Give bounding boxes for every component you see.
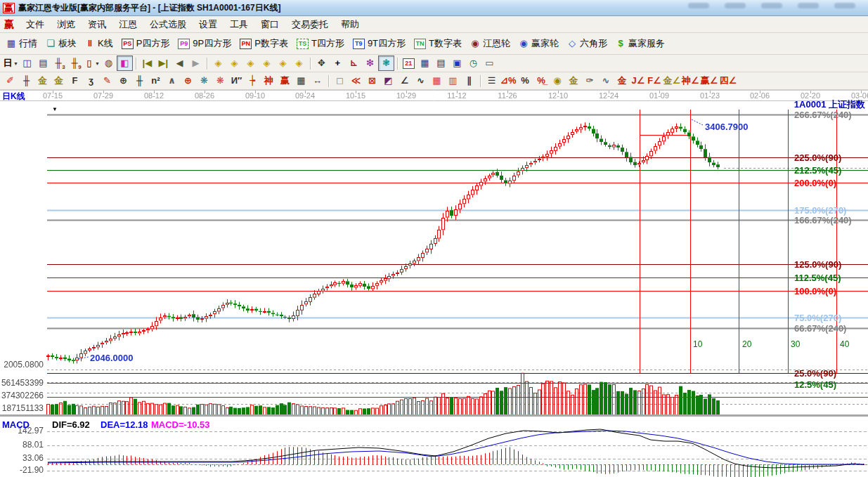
- jump-last-button[interactable]: ▶|: [155, 55, 171, 71]
- gold-ruler-button[interactable]: 金: [34, 73, 51, 89]
- angle-measure-button[interactable]: ⊾: [346, 55, 362, 71]
- zoom-in-x-button[interactable]: ◈: [275, 55, 291, 71]
- gold-ruler-2-button[interactable]: 金: [51, 73, 67, 89]
- gann-web-button[interactable]: ❋: [196, 73, 212, 89]
- angle-si-button[interactable]: 四∠: [718, 73, 737, 89]
- hexagon-button[interactable]: ◇六角形: [563, 35, 611, 52]
- macd-axis-label: 88.01: [0, 440, 44, 449]
- sectors-button[interactable]: ❏板块: [41, 35, 81, 52]
- cycle-circle-button[interactable]: ⊕: [115, 73, 131, 89]
- 9p-square-button[interactable]: P99P四方形: [174, 35, 235, 52]
- angle-gold-button[interactable]: 金∠: [662, 73, 681, 89]
- jump-first-button[interactable]: |◀: [139, 55, 155, 71]
- pan-hand-button[interactable]: ✥: [313, 55, 330, 71]
- ma-3-button[interactable]: ╫3: [51, 55, 67, 71]
- expand-left-button[interactable]: ◈: [210, 55, 226, 71]
- winner-service-label: 赢家服务: [628, 37, 665, 50]
- candle-style-button[interactable]: ▯▼: [84, 55, 101, 71]
- parallel-lines-button[interactable]: ∥: [461, 73, 477, 89]
- menu-item-3[interactable]: 资讯: [82, 18, 112, 31]
- gold-circle-button[interactable]: ◉: [549, 73, 565, 89]
- color-volume-button[interactable]: ◧: [117, 55, 133, 71]
- angle-f-button[interactable]: F∠: [646, 73, 662, 89]
- calculator-button[interactable]: ▦: [417, 55, 433, 71]
- calendar-button[interactable]: 21: [401, 55, 417, 71]
- period-day-button[interactable]: 日▼: [2, 55, 19, 71]
- span-measure-button[interactable]: ↔: [309, 73, 325, 89]
- fan-box-button[interactable]: ⊠: [364, 73, 380, 89]
- spiral-button[interactable]: ʒ: [83, 73, 99, 89]
- time-ruler-button[interactable]: ╫: [18, 73, 34, 89]
- fib-ruler-button[interactable]: F: [67, 73, 83, 89]
- ma-9-button[interactable]: ╫9: [67, 55, 84, 71]
- step-forward-button[interactable]: ▶: [188, 55, 204, 71]
- angle-ying-button[interactable]: 赢∠: [700, 73, 719, 89]
- square-of-nine-button[interactable]: n²: [148, 73, 164, 89]
- 9t-square-button[interactable]: T99T四方形: [349, 35, 410, 52]
- time-grid-button[interactable]: ╫: [131, 73, 148, 89]
- title-bar[interactable]: 赢 赢家江恩专业版[赢家内部服务平台] - [上证指数 SH1A0001-167…: [0, 0, 868, 16]
- compress-x-button[interactable]: ◈: [259, 55, 275, 71]
- winner-service-button[interactable]: $赢家服务: [611, 35, 669, 52]
- menu-item-1[interactable]: 文件: [20, 18, 51, 31]
- p-number-table-button[interactable]: PNP数字表: [235, 35, 292, 52]
- diagonal-box-button[interactable]: ◩: [380, 73, 396, 89]
- compass-button[interactable]: ⊕: [180, 73, 196, 89]
- menu-item-7[interactable]: 工具: [224, 18, 254, 31]
- t-number-table-button[interactable]: TNT数字表: [410, 35, 466, 52]
- price-grid-button[interactable]: ▦: [429, 73, 445, 89]
- box-tool-button[interactable]: ◻: [332, 73, 348, 89]
- grid-123-button[interactable]: ▦: [293, 73, 309, 89]
- kline-button[interactable]: ǁK线: [81, 35, 117, 52]
- expand-both-button[interactable]: ◈: [242, 55, 259, 71]
- ying-ruler-button[interactable]: 赢: [277, 73, 293, 89]
- brush-lines-button[interactable]: ✑: [581, 73, 597, 89]
- menu-item-4[interactable]: 江恩: [112, 18, 143, 31]
- stats-list-button[interactable]: ☰: [484, 73, 500, 89]
- gold-lines-button[interactable]: 金: [565, 73, 581, 89]
- gann-mask-button[interactable]: ◍: [101, 55, 117, 71]
- memo-button[interactable]: ▤: [433, 55, 449, 71]
- crosshair-button[interactable]: +: [330, 55, 346, 71]
- percent-angle-button[interactable]: ⊿%: [500, 73, 517, 89]
- angle-j-button[interactable]: J∠: [630, 73, 646, 89]
- percent-lines-button[interactable]: %̲: [533, 73, 549, 89]
- wave-tool-button[interactable]: ∿: [597, 73, 614, 89]
- percent-button[interactable]: %: [517, 73, 533, 89]
- market-overview-button[interactable]: ◫: [19, 55, 35, 71]
- quotes-button[interactable]: ▦行情: [2, 35, 41, 52]
- p-square-button[interactable]: PSP四方形: [117, 35, 174, 52]
- menu-item-6[interactable]: 设置: [193, 18, 224, 31]
- t-square-button[interactable]: TST四方形: [292, 35, 349, 52]
- menu-item-5[interactable]: 公式选股: [143, 18, 193, 31]
- angle-shen-button[interactable]: 神∠: [681, 73, 700, 89]
- time-price-mark-button[interactable]: ┾: [245, 73, 261, 89]
- winner-wheel-button[interactable]: ◉赢家轮: [514, 35, 563, 52]
- angle-marks-button[interactable]: И″: [228, 73, 245, 89]
- menu-item-10[interactable]: 帮助: [335, 18, 365, 31]
- gann-web-grid-button[interactable]: ❋: [212, 73, 228, 89]
- gold-red-button[interactable]: 金: [614, 73, 630, 89]
- mark-pen-button[interactable]: ✎: [99, 73, 115, 89]
- menu-item-8[interactable]: 窗口: [254, 18, 285, 31]
- zigzag-button[interactable]: ∿: [413, 73, 429, 89]
- time-price-mark-icon: ┾: [248, 76, 258, 86]
- step-back-button[interactable]: ◀: [171, 55, 188, 71]
- print-button[interactable]: ▭: [481, 55, 498, 71]
- expand-right-button[interactable]: ◈: [226, 55, 242, 71]
- quote-board-button[interactable]: ▤: [35, 55, 51, 71]
- draw-pen-button[interactable]: ✐: [2, 73, 18, 89]
- angle-fan-button[interactable]: ∠: [396, 73, 413, 89]
- save-button[interactable]: ▣: [449, 55, 465, 71]
- gann-wheel-button[interactable]: ◉江恩轮: [466, 35, 514, 52]
- zoom-out-x-button[interactable]: ◈: [291, 55, 307, 71]
- intraday-clock-button[interactable]: ◷: [465, 55, 481, 71]
- trend-angle-button[interactable]: ∧: [164, 73, 180, 89]
- menu-item-2[interactable]: 浏览: [51, 18, 82, 31]
- price-grid-lines-button[interactable]: ▥: [445, 73, 461, 89]
- gann-tool-button[interactable]: ❇: [362, 55, 378, 71]
- menu-item-9[interactable]: 交易委托: [285, 18, 335, 31]
- fan-lines-button[interactable]: ≪: [348, 73, 364, 89]
- shen-ruler-button[interactable]: 神: [261, 73, 277, 89]
- gann-brain-button[interactable]: ❃: [378, 55, 394, 71]
